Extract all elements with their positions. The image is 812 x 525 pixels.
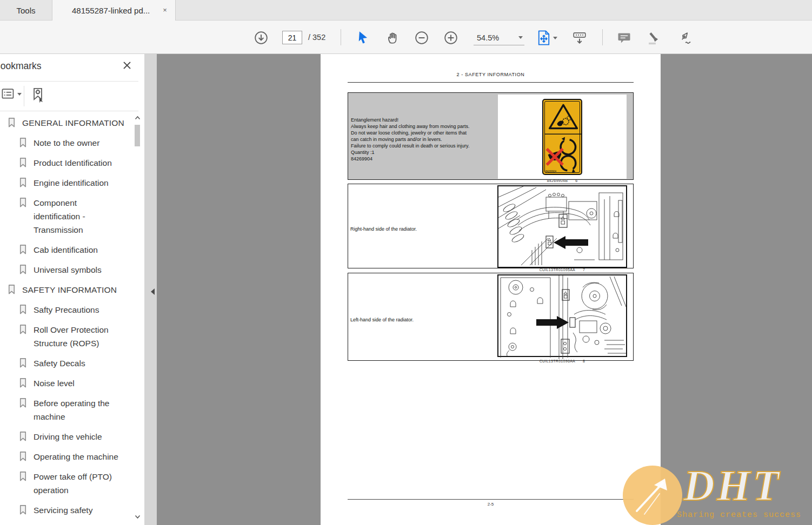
comment-tool-button[interactable] bbox=[616, 30, 631, 45]
bookmark-item[interactable]: Product Identification bbox=[0, 156, 132, 170]
tab-close-icon[interactable]: × bbox=[161, 6, 169, 14]
decal-pictogram bbox=[544, 101, 582, 173]
toolbar-separator bbox=[602, 29, 603, 45]
zoom-in-button[interactable] bbox=[443, 30, 458, 45]
decal-image-panel: 84269904 bbox=[498, 95, 627, 179]
collapse-panel-button[interactable] bbox=[149, 284, 156, 300]
bookmark-item[interactable]: Cab identification bbox=[0, 243, 132, 257]
bookmark-item-label: Noise level bbox=[34, 376, 75, 390]
fit-page-icon bbox=[536, 30, 551, 46]
figure6-caption: 84269904B6 bbox=[497, 179, 627, 183]
scroll-up-icon[interactable] bbox=[134, 114, 142, 122]
figure8-image-panel bbox=[497, 274, 627, 357]
bookmark-item-label: Operating the machine bbox=[34, 450, 118, 463]
scrollbar-thumb[interactable] bbox=[135, 125, 140, 146]
zoom-level-dropdown[interactable]: 54.5% bbox=[474, 30, 524, 45]
bookmarks-header: Bookmarks bbox=[0, 54, 145, 81]
select-tool-button[interactable] bbox=[356, 30, 371, 45]
bookmark-ribbon-icon bbox=[18, 430, 29, 442]
document-viewport[interactable]: 2 - SAFETY INFORMATION Entanglement haza… bbox=[157, 54, 812, 525]
bookmark-ribbon-icon bbox=[18, 357, 29, 369]
bookmark-item-label: Safty Precautions bbox=[34, 303, 99, 317]
bookmark-item-label: GENERAL INFORMATION bbox=[22, 116, 124, 130]
bookmark-item[interactable]: Note to the owner bbox=[0, 136, 132, 150]
bookmark-item-label: SAFETY INFORMATION bbox=[22, 283, 117, 297]
bookmark-item[interactable]: Servicing safety bbox=[0, 503, 132, 517]
bookmark-ribbon-icon bbox=[6, 117, 17, 129]
figure7-caption-code: CUIL13TR01095AA bbox=[540, 268, 575, 272]
radiator-right-box: Right-hand side of the radiator. bbox=[348, 184, 634, 268]
bookmark-item-label: Component identification - Transmission bbox=[34, 196, 123, 237]
tab-tools[interactable]: Tools bbox=[0, 0, 52, 21]
bookmark-item-label: Product Identification bbox=[34, 156, 112, 170]
bookmark-ribbon-icon bbox=[18, 430, 28, 442]
bookmark-item[interactable]: Safty Precautions bbox=[0, 303, 132, 317]
panel-gutter bbox=[145, 54, 157, 525]
bookmark-item[interactable]: Before operating the machine bbox=[0, 396, 132, 423]
bookmark-ribbon-icon bbox=[18, 470, 29, 482]
bookmark-item[interactable]: Noise level bbox=[0, 376, 132, 390]
hide-toolbar-icon bbox=[572, 30, 587, 45]
figure6-number: 6 bbox=[575, 179, 577, 183]
bookmark-item-label: Universal symbols bbox=[34, 263, 102, 277]
collapse-left-icon bbox=[150, 288, 155, 295]
page-number-input[interactable] bbox=[282, 31, 302, 44]
tab-bar: Tools 48155287-linked pd... × bbox=[0, 0, 812, 21]
figure8-text: Left-hand side of the radiator. bbox=[350, 317, 497, 322]
scroll-down-icon[interactable] bbox=[134, 513, 142, 521]
zoom-in-icon bbox=[444, 31, 458, 45]
bookmark-ribbon-icon bbox=[18, 244, 29, 255]
zoom-out-button[interactable] bbox=[414, 30, 429, 45]
fit-page-button[interactable] bbox=[536, 30, 551, 45]
tab-document-title: 48155287-linked pd... bbox=[72, 6, 150, 15]
bookmark-item-label: Engine identification bbox=[34, 176, 109, 190]
tab-document[interactable]: 48155287-linked pd... × bbox=[52, 0, 176, 21]
bookmark-ribbon-icon bbox=[18, 324, 28, 335]
bookmark-options-button[interactable] bbox=[1, 87, 22, 101]
bookmark-ribbon-icon bbox=[18, 450, 29, 462]
figure8-caption-code: CUIL13TR01096AA bbox=[540, 359, 575, 363]
bookmark-item-label: Before operating the machine bbox=[34, 396, 123, 423]
bookmarks-panel: Bookmarks bbox=[0, 54, 145, 525]
options-list-icon bbox=[1, 87, 15, 101]
hide-toolbar-button[interactable] bbox=[572, 30, 587, 45]
locate-bookmark-icon bbox=[30, 87, 45, 103]
bookmark-ribbon-icon bbox=[6, 117, 17, 129]
figure7-number: 7 bbox=[583, 268, 585, 272]
download-button[interactable] bbox=[254, 30, 269, 45]
bookmark-item-label: Cab identification bbox=[34, 243, 98, 257]
bookmark-item[interactable]: Power take off (PTO) operation bbox=[0, 470, 132, 497]
select-cursor-icon bbox=[357, 31, 370, 45]
pdf-page: 2 - SAFETY INFORMATION Entanglement haza… bbox=[321, 54, 661, 525]
bookmark-item[interactable]: GENERAL INFORMATION bbox=[0, 116, 132, 130]
locate-current-bookmark-button[interactable] bbox=[30, 87, 45, 103]
bookmark-ribbon-icon bbox=[18, 304, 29, 315]
bookmark-ribbon-icon bbox=[18, 470, 28, 482]
page-total-label: / 352 bbox=[308, 33, 325, 42]
comment-icon bbox=[617, 31, 631, 45]
bookmark-item[interactable]: Roll Over Protection Structure (ROPS) bbox=[0, 323, 132, 350]
bookmark-ribbon-icon bbox=[18, 197, 29, 208]
bookmarks-scrollbar[interactable] bbox=[133, 111, 142, 525]
bookmark-item[interactable]: Driving the vehicle bbox=[0, 430, 132, 443]
bookmark-item[interactable]: Operating the machine bbox=[0, 450, 132, 463]
bookmark-ribbon-icon bbox=[18, 157, 29, 169]
hand-tool-button[interactable] bbox=[385, 30, 400, 45]
bookmark-item[interactable]: Engine identification bbox=[0, 176, 132, 190]
bookmarks-close-button[interactable] bbox=[122, 60, 133, 71]
bookmark-item[interactable]: Component identification - Transmission bbox=[0, 196, 132, 237]
entanglement-decal: 84269904 bbox=[542, 99, 582, 175]
figure7-image-panel bbox=[497, 185, 627, 268]
fit-page-chevron-icon[interactable] bbox=[553, 37, 557, 39]
hazard-text: Entanglement hazard! Always keep hair an… bbox=[351, 117, 500, 162]
bookmark-item[interactable]: SAFETY INFORMATION bbox=[0, 283, 132, 297]
bookmark-ribbon-icon bbox=[18, 177, 28, 189]
sign-tool-button[interactable] bbox=[677, 30, 692, 45]
hand-icon bbox=[385, 31, 400, 45]
bookmark-ribbon-icon bbox=[6, 284, 17, 295]
bookmark-item[interactable]: Safety Decals bbox=[0, 356, 132, 370]
bookmark-item[interactable]: Universal symbols bbox=[0, 263, 132, 277]
bookmark-ribbon-icon bbox=[18, 137, 28, 149]
highlight-tool-button[interactable] bbox=[647, 30, 662, 45]
chevron-down-icon bbox=[518, 36, 523, 39]
